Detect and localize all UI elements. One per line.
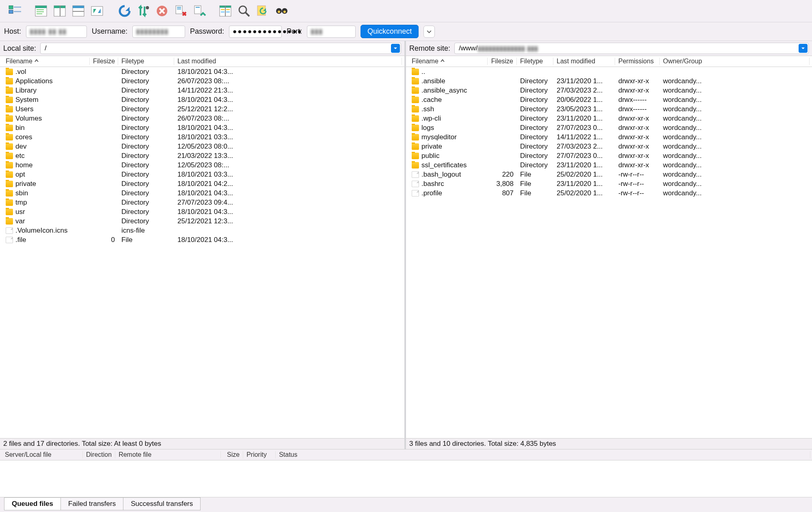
- table-row[interactable]: .file0File18/10/2021 04:3...: [0, 235, 404, 244]
- table-row[interactable]: homeDirectory12/05/2023 08:...: [0, 160, 404, 170]
- remote-header[interactable]: Filename Filesize Filetype Last modified…: [406, 56, 812, 67]
- remote-path-input[interactable]: /www/▮▮▮▮▮▮▮▮▮▮▮▮▮ ▮▮▮: [454, 43, 809, 54]
- table-row[interactable]: privateDirectory18/10/2021 04:2...: [0, 179, 404, 188]
- table-row[interactable]: .wp-cliDirectory23/11/2020 1...drwxr-xr-…: [406, 114, 812, 123]
- col-direction[interactable]: Direction: [83, 451, 115, 458]
- compare-icon[interactable]: [217, 2, 234, 19]
- cell-perm: drwx------: [615, 105, 660, 113]
- folder-icon: [412, 87, 419, 94]
- quickconnect-history-dropdown[interactable]: [423, 26, 435, 38]
- username-label: Username:: [92, 27, 127, 36]
- table-row[interactable]: .profile807File25/02/2020 1...-rw-r--r--…: [406, 188, 812, 198]
- table-row[interactable]: .ansibleDirectory23/11/2020 1...drwxr-xr…: [406, 76, 812, 86]
- port-input[interactable]: ▮▮▮: [307, 26, 356, 38]
- cell-own: wordcandy...: [660, 189, 810, 197]
- svg-rect-25: [221, 9, 225, 10]
- svg-rect-2: [14, 6, 21, 8]
- table-row[interactable]: mysqleditorDirectory14/11/2022 1...drwxr…: [406, 132, 812, 142]
- col-lastmod[interactable]: Last modified: [174, 58, 402, 65]
- file-name: mysqleditor: [421, 133, 457, 141]
- table-row[interactable]: .bash_logout220File25/02/2020 1...-rw-r-…: [406, 170, 812, 179]
- site-manager-icon[interactable]: [6, 2, 24, 19]
- col-filename[interactable]: Filename: [2, 58, 90, 65]
- table-row[interactable]: ApplicationsDirectory26/07/2023 08:...: [0, 76, 404, 86]
- col-permissions[interactable]: Permissions: [615, 58, 660, 65]
- sync-browse-icon[interactable]: [89, 2, 106, 19]
- col-filename[interactable]: Filename: [408, 58, 488, 65]
- table-row[interactable]: optDirectory18/10/2021 03:3...: [0, 170, 404, 179]
- queue-header[interactable]: Server/Local file Direction Remote file …: [0, 449, 812, 460]
- col-status[interactable]: Status: [276, 451, 810, 458]
- svg-rect-13: [73, 6, 84, 8]
- table-row[interactable]: sbinDirectory18/10/2021 04:3...: [0, 188, 404, 198]
- file-name: Applications: [15, 77, 53, 85]
- file-name: Volumes: [15, 114, 42, 123]
- table-row[interactable]: SystemDirectory18/10/2021 04:3...: [0, 95, 404, 104]
- filter-icon[interactable]: [135, 2, 152, 19]
- table-row[interactable]: UsersDirectory25/12/2021 12:2...: [0, 104, 404, 114]
- col-priority[interactable]: Priority: [243, 451, 276, 458]
- find-icon[interactable]: [273, 2, 290, 19]
- auto-reconnect-icon[interactable]: [254, 2, 271, 19]
- password-input[interactable]: ●●●●●●●●●●●●●●: [229, 26, 282, 38]
- queue-body[interactable]: [0, 460, 812, 497]
- table-row[interactable]: ..: [406, 67, 812, 76]
- cell-type: Directory: [517, 96, 553, 104]
- table-row[interactable]: .ansible_asyncDirectory27/03/2023 2...dr…: [406, 86, 812, 95]
- table-row[interactable]: varDirectory25/12/2021 12:3...: [0, 216, 404, 226]
- table-row[interactable]: logsDirectory27/07/2023 0...drwxr-xr-xwo…: [406, 123, 812, 132]
- quickconnect-button[interactable]: Quickconnect: [361, 25, 419, 38]
- table-row[interactable]: .cacheDirectory20/06/2022 1...drwx------…: [406, 95, 812, 104]
- table-row[interactable]: usrDirectory18/10/2021 04:3...: [0, 207, 404, 216]
- table-row[interactable]: etcDirectory21/03/2022 13:3...: [0, 151, 404, 160]
- toggle-tree-icon[interactable]: [32, 2, 50, 19]
- local-header[interactable]: Filename Filesize Filetype Last modified: [0, 56, 404, 67]
- toggle-queue-icon[interactable]: [51, 2, 68, 19]
- disconnect-icon[interactable]: [172, 2, 189, 19]
- toggle-log-icon[interactable]: [70, 2, 87, 19]
- col-lastmod[interactable]: Last modified: [553, 58, 615, 65]
- local-path-input[interactable]: /: [40, 43, 401, 54]
- remote-path-dropdown[interactable]: [799, 44, 808, 53]
- table-row[interactable]: ssl_certificatesDirectory23/11/2020 1...…: [406, 160, 812, 170]
- table-row[interactable]: binDirectory18/10/2021 04:3...: [0, 123, 404, 132]
- cell-size: 220: [488, 171, 517, 179]
- table-row[interactable]: .VolumeIcon.icnsicns-file: [0, 226, 404, 235]
- username-input[interactable]: ▮▮▮▮▮▮▮▮: [132, 26, 185, 38]
- local-path-dropdown[interactable]: [391, 44, 400, 53]
- col-filetype[interactable]: Filetype: [517, 58, 553, 65]
- refresh-icon[interactable]: [116, 2, 133, 19]
- table-row[interactable]: .sshDirectory23/05/2023 1...drwx------wo…: [406, 104, 812, 114]
- table-row[interactable]: VolumesDirectory26/07/2023 08:...: [0, 114, 404, 123]
- svg-rect-22: [196, 7, 200, 8]
- table-row[interactable]: LibraryDirectory14/11/2022 21:3...: [0, 86, 404, 95]
- table-row[interactable]: publicDirectory27/07/2023 0...drwxr-xr-x…: [406, 151, 812, 160]
- table-row[interactable]: tmpDirectory27/07/2023 09:4...: [0, 198, 404, 207]
- table-row[interactable]: privateDirectory27/03/2023 2...drwxr-xr-…: [406, 142, 812, 151]
- folder-icon: [412, 162, 419, 169]
- col-filesize[interactable]: Filesize: [488, 58, 517, 65]
- table-row[interactable]: devDirectory12/05/2023 08:0...: [0, 142, 404, 151]
- sort-asc-icon: [34, 58, 39, 65]
- tab-successful-transfers[interactable]: Successful transfers: [123, 497, 201, 510]
- cancel-icon[interactable]: [153, 2, 171, 19]
- col-filetype[interactable]: Filetype: [118, 58, 174, 65]
- table-row[interactable]: .bashrc3,808File23/11/2020 1...-rw-r--r-…: [406, 179, 812, 188]
- col-size[interactable]: Size: [221, 451, 243, 458]
- col-server-local-file[interactable]: Server/Local file: [2, 451, 83, 458]
- host-input[interactable]: ▮▮▮▮ ▮▮ ▮▮: [26, 26, 87, 38]
- folder-icon: [6, 143, 13, 150]
- col-remote-file[interactable]: Remote file: [115, 451, 221, 458]
- search-icon[interactable]: [235, 2, 253, 19]
- cell-type: Directory: [118, 133, 174, 141]
- tab-failed-transfers[interactable]: Failed transfers: [60, 497, 123, 510]
- table-row[interactable]: .volDirectory18/10/2021 04:3...: [0, 67, 404, 76]
- col-filesize[interactable]: Filesize: [90, 58, 118, 65]
- table-row[interactable]: coresDirectory18/10/2021 03:3...: [0, 132, 404, 142]
- tab-queued-files[interactable]: Queued files: [4, 497, 61, 510]
- local-rows[interactable]: .volDirectory18/10/2021 04:3...Applicati…: [0, 67, 404, 438]
- cell-mod: 14/11/2022 1...: [553, 133, 615, 141]
- col-owner[interactable]: Owner/Group: [660, 58, 810, 65]
- remote-rows[interactable]: ...ansibleDirectory23/11/2020 1...drwxr-…: [406, 67, 812, 438]
- reconnect-icon[interactable]: [191, 2, 208, 19]
